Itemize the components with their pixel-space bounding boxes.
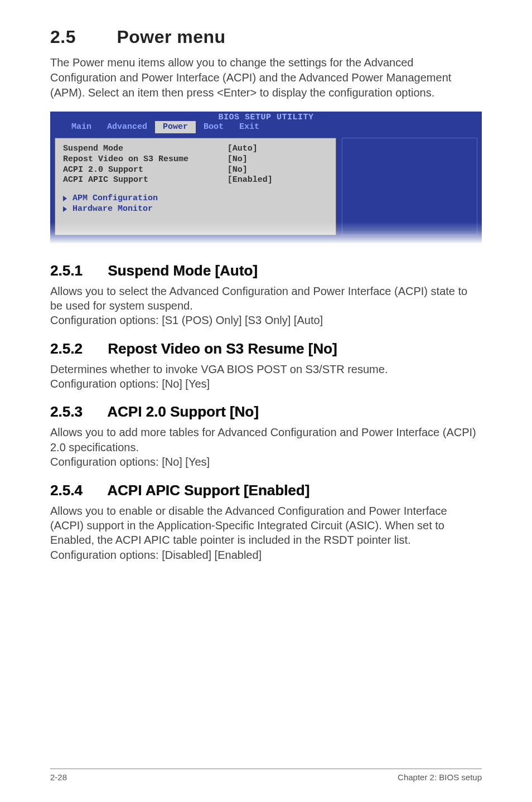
bios-row[interactable]: Repost Video on S3 Resume [No] [63, 154, 328, 165]
bios-row-label: Suspend Mode [63, 144, 228, 154]
section-heading: 2.5.2 Repost Video on S3 Resume [No] [50, 340, 482, 357]
bios-row-label: Repost Video on S3 Resume [63, 154, 228, 165]
submenu-arrow-icon [63, 206, 67, 212]
bios-help-pane [342, 138, 477, 235]
bios-row-label: ACPI APIC Support [63, 175, 228, 186]
section-title: ACPI APIC Support [Enabled] [107, 482, 309, 499]
heading-title: Power menu [117, 27, 225, 47]
bios-row-value: [No] [228, 165, 328, 176]
page-footer: 2-28 Chapter 2: BIOS setup [50, 769, 482, 782]
section-heading: 2.5.3 ACPI 2.0 Support [No] [50, 403, 482, 421]
section-number: 2.5.3 [50, 403, 104, 421]
page-number: 2-28 [50, 772, 67, 782]
bios-tab-advanced[interactable]: Advanced [99, 121, 155, 133]
page-heading: 2.5 Power menu [50, 27, 482, 47]
bios-screenshot: BIOS SETUP UTILITY Main Advanced Power B… [50, 112, 482, 243]
section-body: Allows you to enable or disable the Adva… [50, 504, 482, 563]
bios-row-value: [No] [228, 154, 328, 165]
heading-number: 2.5 [50, 27, 112, 47]
bios-row-value: [Auto] [228, 144, 328, 154]
bios-row[interactable]: ACPI 2.0 Support [No] [63, 165, 328, 176]
bios-panel: BIOS SETUP UTILITY Main Advanced Power B… [50, 112, 482, 243]
section-title: Suspend Mode [Auto] [108, 262, 258, 279]
bios-row[interactable]: Suspend Mode [Auto] [63, 144, 328, 154]
chapter-label: Chapter 2: BIOS setup [398, 772, 482, 782]
section-body: Allows you to select the Advanced Config… [50, 284, 482, 328]
bios-tab-boot[interactable]: Boot [196, 121, 231, 133]
bios-submenu-item[interactable]: Hardware Monitor [63, 204, 328, 215]
bios-submenu-item[interactable]: APM Configuration [63, 194, 328, 204]
bios-submenus: APM Configuration Hardware Monitor [63, 194, 328, 215]
section-title: Repost Video on S3 Resume [No] [108, 340, 337, 357]
bios-submenu-label: APM Configuration [72, 194, 158, 204]
submenu-arrow-icon [63, 196, 67, 201]
section-title: ACPI 2.0 Support [No] [107, 403, 259, 420]
bios-row[interactable]: ACPI APIC Support [Enabled] [63, 175, 328, 186]
bios-tab-exit[interactable]: Exit [231, 121, 267, 133]
bios-row-label: ACPI 2.0 Support [63, 165, 228, 176]
bios-row-value: [Enabled] [228, 175, 328, 186]
section-body: Determines whether to invoke VGA BIOS PO… [50, 362, 482, 392]
section-number: 2.5.1 [50, 262, 104, 279]
section-heading: 2.5.4 ACPI APIC Support [Enabled] [50, 482, 482, 499]
section-number: 2.5.4 [50, 482, 104, 499]
bios-body: Suspend Mode [Auto] Repost Video on S3 R… [50, 138, 482, 235]
bios-tab-bar: Main Advanced Power Boot Exit [50, 121, 482, 133]
section-heading: 2.5.1 Suspend Mode [Auto] [50, 262, 482, 279]
section-body: Allows you to add more tables for Advanc… [50, 425, 482, 469]
bios-submenu-label: Hardware Monitor [72, 204, 153, 215]
intro-paragraph: The Power menu items allow you to change… [50, 55, 482, 100]
section-number: 2.5.2 [50, 340, 104, 357]
bios-tab-power[interactable]: Power [155, 121, 196, 133]
bios-content-pane: Suspend Mode [Auto] Repost Video on S3 R… [55, 138, 336, 235]
bios-tab-main[interactable]: Main [64, 121, 99, 133]
